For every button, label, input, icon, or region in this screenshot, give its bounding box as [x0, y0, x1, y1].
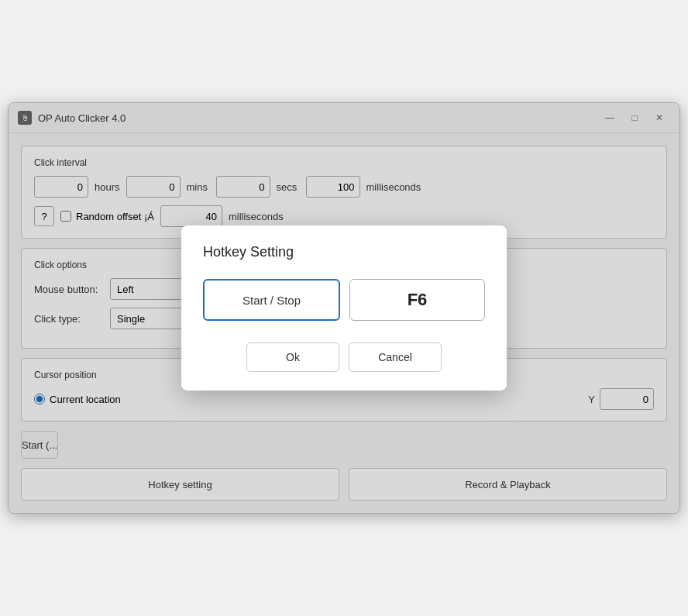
start-stop-hotkey-button[interactable]: Start / Stop [203, 279, 340, 321]
modal-hotkeys-row: Start / Stop F6 [203, 279, 485, 321]
modal-overlay: Hotkey Setting Start / Stop F6 Ok Cancel [9, 103, 679, 513]
modal-actions-row: Ok Cancel [203, 342, 485, 372]
modal-ok-button[interactable]: Ok [246, 342, 339, 372]
hotkey-value-display[interactable]: F6 [349, 279, 485, 321]
modal-title: Hotkey Setting [203, 244, 485, 260]
app-window: 🖱 OP Auto Clicker 4.0 — □ ✕ Click interv… [8, 102, 680, 514]
modal-cancel-button[interactable]: Cancel [349, 342, 442, 372]
hotkey-setting-modal: Hotkey Setting Start / Stop F6 Ok Cancel [181, 225, 507, 391]
